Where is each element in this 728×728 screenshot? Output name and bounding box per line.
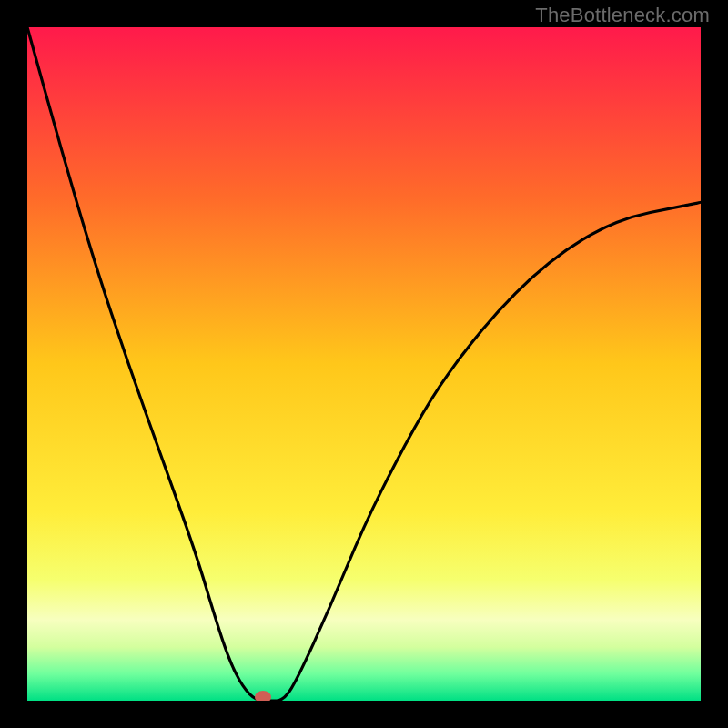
chart-frame: TheBottleneck.com [0, 0, 728, 728]
plot-area [27, 27, 701, 701]
plot-svg [27, 27, 701, 701]
watermark-text: TheBottleneck.com [535, 4, 710, 27]
